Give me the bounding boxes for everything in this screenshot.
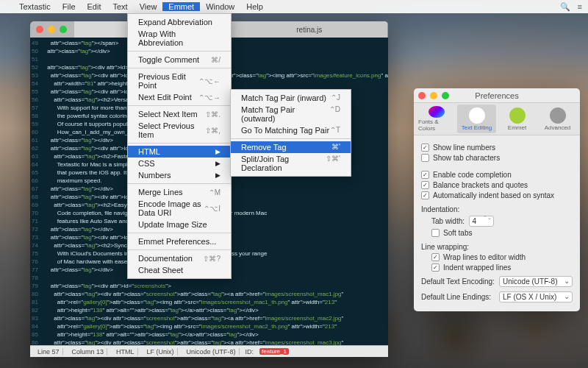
close-button[interactable] — [418, 92, 426, 99]
menu-item[interactable]: Merge Lines⌃M — [128, 186, 231, 198]
emmet-html-submenu: Match Tag Pair (inward)⌃JMatch Tag Pair … — [230, 89, 351, 177]
wrap-editor-checkbox[interactable] — [431, 253, 440, 261]
status-encoding[interactable]: Unicode (UTF-8) — [184, 348, 240, 355]
softtabs-label: Soft tabs — [443, 229, 472, 237]
status-id-badge[interactable]: feature_1 — [259, 348, 289, 355]
minimize-button[interactable] — [430, 92, 437, 99]
menu-window[interactable]: Window — [200, 2, 240, 11]
wrap-label: Line wrapping: — [421, 243, 573, 251]
checkbox[interactable] — [421, 181, 429, 189]
editor-tab[interactable]: retina.js — [232, 21, 389, 38]
menu-view[interactable]: View — [134, 2, 163, 11]
encoding-select[interactable]: Unicode (UTF-8) — [499, 276, 573, 287]
status-id-label: ID: — [245, 348, 254, 355]
submenu-item[interactable]: Go To Matching Tag Pair⌃T — [231, 124, 351, 136]
prefs-tab-icon — [509, 107, 526, 124]
indent-wrapped-label: Indent wrapped lines — [443, 263, 511, 272]
menu-item[interactable]: Documentation⇧⌘? — [128, 252, 231, 264]
line-endings-label: Default Line Endings: — [421, 293, 491, 301]
tabwidth-stepper[interactable]: 4 — [469, 216, 494, 227]
zoom-button[interactable] — [442, 92, 449, 99]
menu-item[interactable]: Emmet Preferences... — [128, 236, 231, 247]
menu-item[interactable]: Select Previous Item⇧⌘, — [128, 120, 231, 141]
prefs-titlebar: Preferences — [414, 88, 580, 103]
notification-center-icon[interactable]: ≡ — [578, 2, 582, 12]
prefs-tab-text-editing[interactable]: Text Editing — [457, 105, 496, 133]
editor-statusbar: Line 57 Column 13 HTML LF (Unix) Unicode… — [30, 345, 388, 357]
app-menu[interactable]: Textastic — [13, 2, 57, 11]
menu-text[interactable]: Text — [107, 2, 134, 11]
menubar-right: 🔍 ≡ — [560, 2, 582, 12]
menu-item[interactable]: Update Image Size — [128, 219, 231, 230]
line-endings-select[interactable]: LF (OS X / Unix) — [499, 291, 573, 302]
system-menubar: Textastic FileEditTextViewEmmetWindowHel… — [0, 0, 588, 13]
window-controls — [36, 26, 67, 33]
status-language[interactable]: HTML — [113, 348, 138, 355]
checkbox-label: Show tab characters — [433, 154, 500, 162]
menu-item[interactable]: Previous Edit Point⌃⌥← — [128, 71, 231, 91]
menu-item[interactable]: Cheat Sheet — [128, 264, 231, 276]
menu-item[interactable]: Expand Abbreviation — [128, 16, 231, 28]
submenu-item[interactable]: Split/Join Tag Declaration⇧⌘' — [231, 153, 351, 174]
status-line[interactable]: Line 57 — [35, 348, 63, 355]
indent-label: Indentation: — [421, 205, 573, 213]
menu-emmet[interactable]: Emmet — [162, 2, 200, 11]
prefs-body: Show line numbersShow tab characters Ena… — [414, 135, 580, 311]
status-column[interactable]: Column 13 — [69, 348, 108, 355]
prefs-toolbar: Fonts & ColorsText EditingEmmetAdvanced — [414, 103, 580, 135]
prefs-tab-icon — [429, 106, 445, 118]
checkbox-label: Enable code completion — [433, 171, 512, 179]
menu-item[interactable]: Select Next Item⇧⌘. — [128, 108, 231, 120]
tabwidth-label: Tab width: — [431, 217, 465, 225]
spotlight-icon[interactable]: 🔍 — [560, 2, 570, 12]
menu-item[interactable]: Numbers▶ — [128, 169, 231, 181]
prefs-tab-emmet[interactable]: Emmet — [498, 105, 537, 133]
submenu-item[interactable]: Match Tag Pair (inward)⌃J — [231, 92, 351, 104]
encoding-label: Default Text Encoding: — [421, 277, 495, 286]
checkbox-label: Automatically indent based on syntax — [433, 191, 554, 199]
zoom-button[interactable] — [60, 26, 67, 33]
close-button[interactable] — [36, 26, 43, 33]
minimize-button[interactable] — [48, 26, 55, 33]
menu-item[interactable]: CSS▶ — [128, 158, 231, 169]
prefs-title: Preferences — [475, 91, 518, 100]
menu-item[interactable]: Toggle Comment⌘/ — [128, 54, 231, 66]
menu-item[interactable]: Wrap With Abbreviation — [128, 28, 231, 49]
prefs-tab-advanced[interactable]: Advanced — [538, 105, 577, 133]
indent-wrapped-checkbox[interactable] — [431, 263, 440, 272]
menu-file[interactable]: File — [57, 2, 82, 11]
checkbox-label: Balance brackets and quotes — [433, 181, 528, 189]
checkbox-label: Show line numbers — [433, 144, 495, 152]
menu-item[interactable]: Next Edit Point⌃⌥→ — [128, 91, 231, 103]
checkbox[interactable] — [421, 144, 429, 152]
preferences-window: Preferences Fonts & ColorsText EditingEm… — [414, 88, 580, 311]
checkbox[interactable] — [421, 191, 429, 199]
prefs-tab-icon — [469, 107, 485, 124]
checkbox[interactable] — [421, 171, 429, 179]
line-gutter: 49 50 51 52 53 54 55 56 57 58 59 60 61 6… — [30, 38, 41, 345]
prefs-tab-fonts-colors[interactable]: Fonts & Colors — [417, 105, 456, 133]
menu-item[interactable]: HTML▶ — [128, 146, 231, 158]
menu-help[interactable]: Help — [240, 2, 269, 11]
emmet-menu: Expand AbbreviationWrap With Abbreviatio… — [127, 13, 232, 279]
status-line-endings[interactable]: LF (Unix) — [144, 348, 178, 355]
checkbox[interactable] — [421, 154, 429, 162]
submenu-item[interactable]: Remove Tag⌘' — [231, 141, 351, 153]
menu-edit[interactable]: Edit — [82, 2, 107, 11]
softtabs-checkbox[interactable] — [431, 229, 440, 237]
prefs-tab-icon — [550, 107, 566, 124]
wrap-editor-label: Wrap lines to editor width — [443, 253, 526, 261]
submenu-item[interactable]: Match Tag Pair (outward)⌃D — [231, 104, 351, 124]
menu-item[interactable]: Encode Image as Data URI⌃⌥I — [128, 198, 231, 219]
